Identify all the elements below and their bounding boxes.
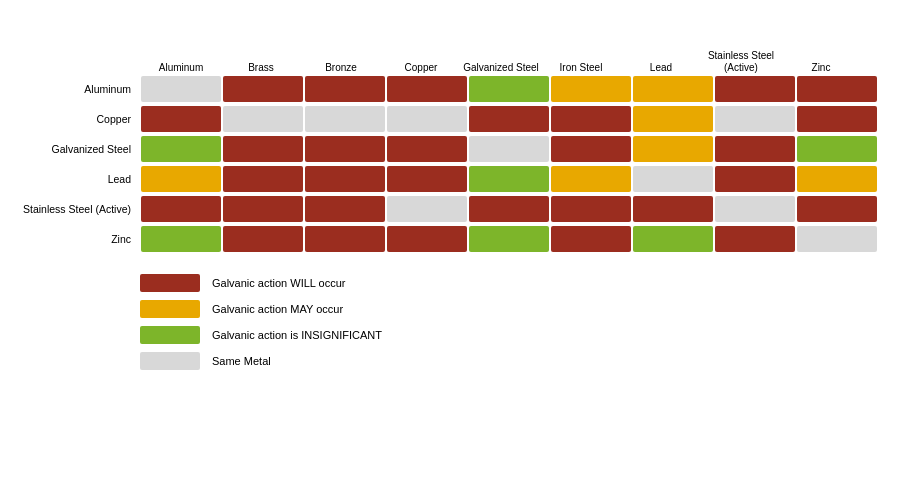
- cell-0-4: [469, 76, 549, 102]
- grid-row-5: [141, 226, 877, 252]
- cell-2-6: [633, 136, 713, 162]
- legend-swatch-1: [140, 300, 200, 318]
- col-header-6: Lead: [621, 38, 701, 74]
- cell-2-7: [715, 136, 795, 162]
- cell-4-6: [633, 196, 713, 222]
- cell-3-6: [633, 166, 713, 192]
- grid-row-0: [141, 76, 877, 102]
- cell-5-0: [141, 226, 221, 252]
- row-label-0: Aluminum: [23, 76, 137, 102]
- legend-swatch-2: [140, 326, 200, 344]
- cell-3-0: [141, 166, 221, 192]
- cell-0-7: [715, 76, 795, 102]
- grid-row-2: [141, 136, 877, 162]
- cell-3-2: [305, 166, 385, 192]
- legend-item-0: Galvanic action WILL occur: [140, 274, 382, 292]
- col-headers: AluminumBrassBronzeCopperGalvanized Stee…: [141, 38, 877, 74]
- row-label-4: Stainless Steel (Active): [23, 196, 137, 222]
- cell-2-8: [797, 136, 877, 162]
- cell-5-7: [715, 226, 795, 252]
- col-header-3: Copper: [381, 38, 461, 74]
- col-header-0: Aluminum: [141, 38, 221, 74]
- cell-4-3: [387, 196, 467, 222]
- grid-row-1: [141, 106, 877, 132]
- cell-1-0: [141, 106, 221, 132]
- grid-table: AluminumBrassBronzeCopperGalvanized Stee…: [141, 38, 877, 256]
- cell-3-3: [387, 166, 467, 192]
- cell-2-3: [387, 136, 467, 162]
- cell-2-0: [141, 136, 221, 162]
- cell-0-5: [551, 76, 631, 102]
- cell-1-4: [469, 106, 549, 132]
- cell-5-6: [633, 226, 713, 252]
- cell-0-6: [633, 76, 713, 102]
- row-label-2: Galvanized Steel: [23, 136, 137, 162]
- cell-0-1: [223, 76, 303, 102]
- cell-4-2: [305, 196, 385, 222]
- cell-5-1: [223, 226, 303, 252]
- cell-1-1: [223, 106, 303, 132]
- legend-label-1: Galvanic action MAY occur: [212, 303, 343, 315]
- cell-2-5: [551, 136, 631, 162]
- legend-item-3: Same Metal: [140, 352, 382, 370]
- legend: Galvanic action WILL occurGalvanic actio…: [140, 274, 382, 378]
- cell-2-1: [223, 136, 303, 162]
- cell-4-7: [715, 196, 795, 222]
- row-label-5: Zinc: [23, 226, 137, 252]
- row-label-1: Copper: [23, 106, 137, 132]
- col-header-4: Galvanized Steel: [461, 38, 541, 74]
- cell-4-8: [797, 196, 877, 222]
- cell-2-4: [469, 136, 549, 162]
- cell-0-2: [305, 76, 385, 102]
- grid-area: AluminumCopperGalvanized SteelLeadStainl…: [23, 38, 877, 256]
- cell-5-8: [797, 226, 877, 252]
- chart-container: AluminumCopperGalvanized SteelLeadStainl…: [0, 0, 900, 500]
- col-header-8: Zinc: [781, 38, 861, 74]
- legend-label-2: Galvanic action is INSIGNIFICANT: [212, 329, 382, 341]
- cell-0-8: [797, 76, 877, 102]
- cell-0-0: [141, 76, 221, 102]
- cell-5-3: [387, 226, 467, 252]
- legend-item-2: Galvanic action is INSIGNIFICANT: [140, 326, 382, 344]
- col-header-7: Stainless Steel (Active): [701, 38, 781, 74]
- col-header-5: Iron Steel: [541, 38, 621, 74]
- cell-0-3: [387, 76, 467, 102]
- cell-3-8: [797, 166, 877, 192]
- legend-swatch-0: [140, 274, 200, 292]
- cell-3-1: [223, 166, 303, 192]
- cell-1-7: [715, 106, 795, 132]
- cell-4-5: [551, 196, 631, 222]
- cell-4-4: [469, 196, 549, 222]
- cell-1-2: [305, 106, 385, 132]
- grid-rows: [141, 76, 877, 256]
- legend-label-0: Galvanic action WILL occur: [212, 277, 345, 289]
- col-header-1: Brass: [221, 38, 301, 74]
- cell-1-5: [551, 106, 631, 132]
- cell-3-7: [715, 166, 795, 192]
- cell-3-4: [469, 166, 549, 192]
- legend-item-1: Galvanic action MAY occur: [140, 300, 382, 318]
- row-labels: AluminumCopperGalvanized SteelLeadStainl…: [23, 38, 137, 256]
- legend-label-3: Same Metal: [212, 355, 271, 367]
- col-header-2: Bronze: [301, 38, 381, 74]
- cell-2-2: [305, 136, 385, 162]
- cell-4-1: [223, 196, 303, 222]
- cell-3-5: [551, 166, 631, 192]
- cell-4-0: [141, 196, 221, 222]
- cell-1-6: [633, 106, 713, 132]
- cell-5-2: [305, 226, 385, 252]
- cell-1-3: [387, 106, 467, 132]
- cell-5-5: [551, 226, 631, 252]
- grid-row-4: [141, 196, 877, 222]
- legend-swatch-3: [140, 352, 200, 370]
- row-label-3: Lead: [23, 166, 137, 192]
- grid-row-3: [141, 166, 877, 192]
- cell-1-8: [797, 106, 877, 132]
- cell-5-4: [469, 226, 549, 252]
